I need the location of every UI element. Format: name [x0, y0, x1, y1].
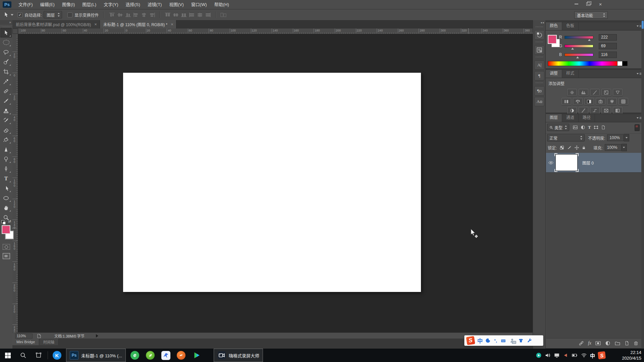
paint-bucket-tool[interactable] — [0, 135, 12, 144]
ime-chinese-mode-icon[interactable]: 中 — [477, 337, 483, 345]
bottom-tab-mini-bridge[interactable]: Mini Bridge — [12, 339, 39, 345]
adjustments-panel-tab[interactable]: 调整 — [546, 70, 562, 78]
opacity-value[interactable]: 100% — [607, 134, 624, 141]
layers-panel-tab[interactable]: 图层 — [546, 114, 562, 122]
status-flyout-icon[interactable] — [96, 334, 98, 338]
curves-icon[interactable] — [590, 89, 600, 96]
properties-panel-icon[interactable] — [534, 45, 544, 55]
color-panel-tab[interactable]: 颜色 — [546, 22, 562, 30]
slider-thumb-icon[interactable] — [588, 39, 591, 41]
dodge-tool[interactable] — [0, 154, 12, 164]
taskbar-app-app-fox[interactable] — [173, 349, 189, 362]
show-transform-checkbox[interactable] — [67, 12, 72, 17]
levels-icon[interactable] — [579, 89, 588, 96]
lasso-tool[interactable] — [0, 47, 12, 57]
slider-thumb-icon[interactable] — [576, 56, 579, 58]
align-horizontal-centers-icon[interactable] — [141, 12, 148, 18]
new-adjustment-layer-icon[interactable] — [605, 340, 611, 346]
link-layers-icon[interactable] — [578, 340, 584, 346]
layer-style-icon[interactable]: fx — [588, 341, 591, 346]
taskbar-photoshop-task[interactable]: Ps 未标题-1 @ 110% (... — [66, 349, 126, 362]
menu-item[interactable]: 编辑(E) — [37, 2, 58, 7]
healing-brush-tool[interactable] — [0, 86, 12, 96]
workspace-switcher-button[interactable]: 基本功能 — [574, 11, 608, 19]
task-view-button[interactable] — [31, 349, 46, 362]
opacity-dropdown[interactable]: 100% — [607, 134, 629, 141]
brush-tool[interactable] — [0, 96, 12, 106]
pen-tool[interactable] — [0, 164, 12, 174]
paragraph-styles-panel-icon[interactable]: ¶ — [534, 86, 544, 96]
fill-value[interactable]: 100% — [605, 144, 622, 151]
auto-select-target-dropdown[interactable]: 图层 — [44, 11, 62, 18]
taskbar-app-app-leaf[interactable] — [143, 349, 158, 362]
ime-halfwidth-moon-icon[interactable] — [485, 338, 491, 343]
layer-name[interactable]: 图层 0 — [582, 160, 594, 166]
layer-filter-type-dropdown[interactable]: 类型 — [547, 124, 569, 131]
blend-mode-dropdown[interactable]: 正常 — [547, 134, 585, 141]
foreground-color-swatch[interactable] — [2, 225, 10, 234]
align-bottom-edges-icon[interactable] — [125, 12, 131, 18]
foreground-color-swatch[interactable] — [548, 35, 557, 44]
lock-transparent-pixels-icon[interactable] — [559, 145, 565, 150]
sogou-logo-icon[interactable]: S — [466, 336, 475, 345]
paragraph-panel-icon[interactable]: ¶ — [534, 71, 544, 80]
taskbar-app-browser-360[interactable]: e — [127, 349, 143, 362]
character-panel-icon[interactable]: A| — [534, 60, 544, 70]
ime-skin-icon[interactable] — [518, 338, 524, 343]
filter-pixel-layers-icon[interactable] — [573, 125, 578, 130]
layer-thumbnail[interactable] — [555, 154, 578, 171]
slider-thumb-icon[interactable] — [571, 48, 574, 50]
filter-type-layers-icon[interactable]: T — [588, 125, 591, 130]
invert-icon[interactable] — [567, 107, 577, 114]
menu-item[interactable]: 文字(Y) — [100, 2, 122, 7]
tencent-video-tray-icon[interactable] — [536, 352, 542, 358]
layers-panel-tab[interactable]: 路径 — [579, 114, 595, 122]
align-vertical-centers-icon[interactable] — [117, 12, 123, 18]
crop-tool[interactable] — [0, 67, 12, 76]
sharpen-tool[interactable] — [0, 144, 12, 154]
taskbar-app-kugou[interactable]: K — [49, 349, 65, 362]
ellipse-shape-tool[interactable] — [0, 193, 12, 203]
distribute-horizontal-centers-icon[interactable] — [197, 12, 203, 18]
battery-icon[interactable] — [571, 352, 578, 358]
menu-item[interactable]: 选择(S) — [122, 2, 144, 7]
ime-account-icon[interactable]: 18 — [509, 338, 515, 343]
canvas-viewport[interactable] — [18, 34, 533, 333]
tab-close-icon[interactable]: × — [94, 22, 97, 26]
add-layer-mask-icon[interactable] — [595, 340, 601, 346]
align-top-edges-icon[interactable] — [109, 12, 115, 18]
clone-stamp-tool[interactable] — [0, 106, 12, 115]
history-panel-icon[interactable] — [534, 30, 544, 40]
exposure-icon[interactable] — [601, 89, 611, 96]
align-left-edges-icon[interactable] — [133, 12, 140, 18]
vertical-ruler[interactable]: 20020406080100120140160180200220240 — [12, 34, 18, 333]
quick-selection-tool[interactable] — [0, 57, 12, 67]
panel-menu-icon[interactable]: ≡ — [637, 116, 642, 120]
start-button[interactable] — [0, 349, 15, 362]
eraser-tool[interactable] — [0, 125, 12, 135]
thunder-tray-icon[interactable] — [563, 353, 568, 358]
delete-layer-icon[interactable] — [633, 340, 639, 346]
lock-position-icon[interactable] — [574, 145, 579, 150]
taskbar-app-thunder[interactable] — [158, 349, 173, 362]
posterize-icon[interactable] — [579, 107, 588, 114]
color-spectrum-ramp[interactable] — [548, 61, 618, 66]
channel-slider[interactable] — [565, 45, 593, 48]
align-right-edges-icon[interactable] — [149, 12, 156, 18]
channel-mixer-icon[interactable] — [607, 98, 617, 105]
tab-close-icon[interactable]: × — [171, 22, 173, 26]
layer-filter-toggle[interactable] — [635, 124, 640, 131]
restore-button[interactable] — [582, 0, 594, 8]
zoom-level-field[interactable]: 110% — [15, 334, 33, 339]
close-button[interactable]: × — [594, 0, 606, 8]
threshold-icon[interactable] — [590, 107, 600, 114]
adjustments-panel-tab[interactable]: 样式 — [562, 70, 579, 78]
history-brush-tool[interactable] — [0, 115, 12, 125]
type-tool[interactable]: T — [0, 174, 12, 183]
dropdown-caret-icon[interactable] — [624, 134, 629, 141]
auto-select-checkbox[interactable]: ✓ — [17, 12, 22, 17]
taskbar-app-tencent-video[interactable] — [189, 349, 204, 362]
default-colors-and-swap[interactable]: ⇄ — [1, 219, 11, 224]
dock-collapse-button[interactable]: ◄◄ — [533, 20, 546, 24]
eyedropper-tool[interactable] — [0, 76, 12, 86]
